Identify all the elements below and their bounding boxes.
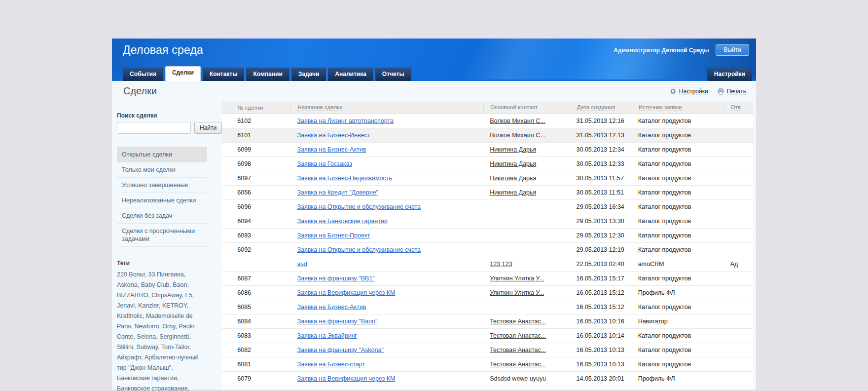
deal-contact[interactable]: Тестовая Анастас...	[490, 318, 546, 325]
deal-name-link[interactable]: Заявка на Бизнес-Актив	[297, 146, 366, 153]
deal-contact[interactable]: Волков Михаил С...	[490, 117, 545, 124]
filter-item-6[interactable]: Сделки с просроченными задачами	[117, 224, 207, 247]
deal-name-link[interactable]: Заявка на франшизу "Baon"	[290, 318, 483, 325]
deal-name-link[interactable]: Заявка на Бизнес-Актив	[290, 304, 483, 311]
tab-2[interactable]: Сделки	[165, 66, 201, 81]
column-header-label[interactable]: Название сделки	[297, 104, 342, 111]
deal-name-link[interactable]: Заявка на франшизу "Baon"	[297, 318, 377, 325]
tags-list[interactable]: 220 Вольт, 33 Пингвина, Askona, Baby Clu…	[117, 270, 206, 391]
deal-name-link[interactable]: Заявка на Бизнес-Проект	[297, 232, 370, 239]
deal-name-link[interactable]: Заявка на франшизу "Askona"	[290, 347, 483, 353]
deal-search-input[interactable]	[117, 122, 191, 134]
deal-name-link[interactable]: Заявка на Кредит "Доверие"	[297, 189, 378, 196]
deal-created-date: 30.05.2013 11:57	[570, 175, 632, 182]
column-header-label[interactable]: Источник заявки	[639, 104, 682, 111]
deal-created-date: 31.05.2013 12:13	[570, 132, 632, 139]
deal-name-link[interactable]: Заявка на Кредит "Доверие"	[290, 189, 483, 196]
deal-created-date: 16.05.2013 10:16	[570, 318, 632, 325]
column-header-source[interactable]: Источник заявки	[632, 104, 724, 111]
tab-6[interactable]: Аналитика	[328, 68, 373, 81]
deal-source: Каталог продуктов	[632, 160, 724, 167]
deal-contact[interactable]: Улиткин Улитка У...	[490, 275, 544, 282]
deal-name-link[interactable]: Заявка на Бизнес-Недвижимость	[290, 175, 483, 182]
deal-name-link[interactable]: Заявка на Лизинг автотранспорта	[297, 117, 394, 124]
deal-name-link[interactable]: Заявка на Открытие и обслуживание счета	[297, 203, 421, 210]
column-header-name[interactable]: Название сделки	[290, 104, 483, 111]
deal-contact[interactable]: Никитина Дарья	[483, 189, 570, 196]
logout-button[interactable]: Выйти	[716, 44, 749, 56]
deal-contact[interactable]: Тестовая Анастас...	[483, 361, 570, 368]
deal-name-link[interactable]: Заявка на Открытие и обслуживание счета	[290, 203, 483, 210]
deals-table: № сделкиНазвание сделкиОсновной контактД…	[222, 101, 753, 390]
deal-name-link[interactable]: Заявка на Бизнес-Недвижимость	[297, 175, 392, 182]
settings-link[interactable]: Настройки	[670, 88, 708, 95]
deal-name-link[interactable]: Заявка на Банковские гарантии	[290, 218, 483, 225]
deal-contact[interactable]: Никитина Дарья	[483, 175, 570, 182]
deal-name-link[interactable]: Заявка на Лизинг автотранспорта	[290, 117, 483, 124]
column-header-label[interactable]: Отв	[731, 104, 741, 111]
deal-name-link[interactable]: asd	[297, 261, 307, 268]
deal-name-link[interactable]: Заявка на Бизнес-Инвест	[297, 132, 370, 139]
deal-name-link[interactable]: Заявка на Бизнес-старт	[290, 361, 483, 368]
deal-name-link[interactable]: Заявка на Верификация через КМ	[297, 375, 395, 382]
tab-7[interactable]: Отчеты	[375, 68, 411, 81]
deal-contact[interactable]: Тестовая Анастас...	[483, 347, 570, 353]
column-header-label[interactable]: Дата создания	[577, 104, 615, 111]
filter-item-1[interactable]: Открытые сделки	[117, 147, 207, 162]
deal-contact[interactable]: Никитина Дарья	[490, 189, 536, 196]
filter-item-4[interactable]: Нереализованные сделки	[117, 193, 207, 208]
deal-contact[interactable]: Улиткин Улитка У...	[490, 289, 544, 296]
deal-name-link[interactable]: Заявка на Эквайринг	[290, 332, 483, 339]
deal-name-link[interactable]: Заявка на франшизу "ВВ1"	[290, 275, 483, 282]
deal-name-link[interactable]: Заявка на Бизнес-старт	[297, 361, 365, 368]
deal-name-link[interactable]: Заявка на Бизнес-Актив	[297, 304, 366, 311]
deal-contact[interactable]: Тестовая Анастас...	[483, 318, 570, 325]
deal-name-link[interactable]: Заявка на Госзаказ	[290, 160, 483, 167]
deal-contact[interactable]: Никитина Дарья	[490, 146, 536, 153]
deal-name-link[interactable]: Заявка на Эквайринг	[297, 332, 357, 339]
deal-contact[interactable]: Никитина Дарья	[483, 160, 570, 167]
deal-contact[interactable]: Никитина Дарья	[483, 146, 570, 153]
deal-name-link[interactable]: Заявка на Открытие и обслуживание счета	[290, 246, 483, 253]
tab-5[interactable]: Задачи	[291, 68, 326, 81]
deal-contact[interactable]: Тестовая Анастас...	[490, 347, 546, 353]
filter-item-5[interactable]: Сделки без задач	[117, 208, 207, 224]
deal-contact[interactable]: Никитина Дарья	[490, 160, 536, 167]
deal-name-link[interactable]: Заявка на Бизнес-Актив	[290, 146, 483, 153]
deal-contact[interactable]: Улиткин Улитка У...	[483, 289, 570, 296]
deal-name-link[interactable]: Заявка на Верификация через КМ	[297, 289, 395, 296]
table-row: 6087Заявка на франшизу "ВВ1"Улиткин Улит…	[222, 272, 753, 286]
column-header-resp[interactable]: Отв	[724, 104, 753, 111]
deal-name-link[interactable]: Заявка на Банковские гарантии	[297, 218, 387, 225]
tab-1[interactable]: События	[123, 68, 163, 81]
deal-search-label: Поиск сделки	[117, 112, 222, 119]
tab-4[interactable]: Компании	[246, 68, 289, 81]
deal-contact: Sdsdsd wewe uyuyu	[483, 375, 570, 382]
deal-name-link[interactable]: Заявка на Госзаказ	[297, 160, 352, 167]
deal-name-link[interactable]: Заявка на Открытие и обслуживание счета	[297, 246, 421, 253]
deal-name-link[interactable]: asd	[290, 261, 483, 268]
deal-contact[interactable]: 123 123	[490, 261, 512, 268]
deal-contact[interactable]: Никитина Дарья	[490, 175, 536, 182]
deal-contact[interactable]: Волков Михаил С...	[483, 117, 570, 124]
deal-contact[interactable]: 123 123	[483, 261, 570, 268]
deal-name-link[interactable]: Заявка на франшизу "Askona"	[297, 347, 383, 353]
deal-contact[interactable]: Улиткин Улитка У...	[483, 275, 570, 282]
deal-name-link[interactable]: Заявка на Верификация через КМ	[290, 375, 483, 382]
deal-name-link[interactable]: Заявка на Верификация через КМ	[290, 289, 483, 296]
column-header-date[interactable]: Дата создания	[570, 104, 631, 111]
filter-item-2[interactable]: Только мои сделки	[117, 162, 207, 178]
filter-item-3[interactable]: Успешно завершенные	[117, 178, 207, 193]
column-header-label: Основной контакт	[490, 104, 538, 110]
deal-contact[interactable]: Тестовая Анастас...	[490, 332, 546, 339]
tab-settings-right[interactable]: Настройки	[707, 68, 752, 81]
print-link[interactable]: Печать	[717, 88, 746, 95]
deal-contact[interactable]: Тестовая Анастас...	[490, 361, 546, 368]
deal-name-link[interactable]: Заявка на Бизнес-Инвест	[290, 132, 483, 139]
deal-name-link[interactable]: Заявка на Бизнес-Проект	[290, 232, 483, 239]
sidebar: Поиск сделки Найти Открытые сделкиТолько…	[112, 101, 222, 390]
deal-name-link[interactable]: Заявка на франшизу "ВВ1"	[297, 275, 374, 282]
deal-search-button[interactable]: Найти	[194, 122, 222, 134]
tab-3[interactable]: Контакты	[203, 68, 245, 81]
deal-contact[interactable]: Тестовая Анастас...	[483, 332, 570, 339]
